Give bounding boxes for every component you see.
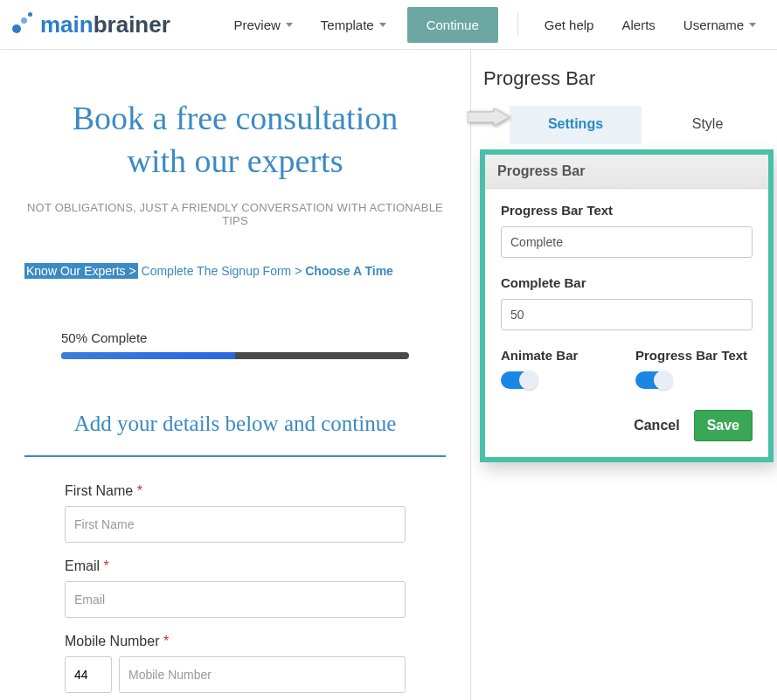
save-button[interactable]: Save [694, 410, 753, 441]
progress-bar-text-input[interactable] [501, 226, 753, 258]
progress-fill [61, 352, 235, 359]
logo-text-1: main [40, 11, 94, 38]
progress-bar-text-label: Progress Bar Text [501, 203, 753, 218]
left-preview-pane: Book a free consultation with our expert… [0, 50, 470, 700]
hero-line-2: with our experts [128, 142, 343, 179]
complete-bar-label: Complete Bar [501, 275, 753, 290]
required-marker: * [137, 483, 142, 498]
email-label: Email * [65, 558, 406, 574]
chevron-down-icon [286, 23, 293, 27]
email-label-text: Email [65, 558, 100, 573]
logo-text-2: brainer [94, 11, 170, 38]
chevron-down-icon [749, 23, 756, 27]
nav-template[interactable]: Template [307, 4, 400, 45]
progress-bar-widget[interactable]: 50% Complete [61, 330, 409, 359]
hero-title: Book a free consultation with our expert… [24, 97, 446, 184]
tab-settings[interactable]: Settings [510, 106, 642, 144]
nav-get-help-label: Get help [545, 17, 594, 32]
nav-continue-button[interactable]: Continue [407, 7, 498, 43]
hero-subtitle: NOT OBLIGATIONS, JUST A FRIENDLY CONVERS… [24, 201, 446, 227]
top-bar: mainbrainer Preview Template Continue Ge… [0, 0, 777, 50]
nav-continue-label: Continue [427, 17, 479, 32]
animate-bar-label: Animate Bar [501, 348, 618, 363]
settings-panel: Progress Bar Progress Bar Text Complete … [480, 149, 774, 462]
field-email: Email * [65, 558, 406, 618]
field-progress-bar-text: Progress Bar Text [501, 203, 753, 258]
settings-tabs: Settings Style [510, 106, 774, 144]
required-marker: * [103, 558, 108, 573]
cancel-button[interactable]: Cancel [634, 418, 679, 433]
panel-header: Progress Bar [485, 155, 768, 189]
breadcrumb-sep: > [291, 264, 305, 278]
toggle-knob-icon [519, 371, 538, 390]
field-complete-bar: Complete Bar [501, 275, 753, 330]
nav-alerts-label: Alerts [621, 17, 655, 32]
settings-heading: Progress Bar [483, 67, 774, 90]
animate-bar-toggle[interactable] [501, 371, 536, 389]
hero-line-1: Book a free consultation [73, 100, 399, 136]
email-input[interactable] [65, 581, 406, 618]
panel-body: Progress Bar Text Complete Bar Animate B… [485, 189, 768, 457]
toggle-progress-bar-text: Progress Bar Text [635, 348, 753, 389]
nav-alerts[interactable]: Alerts [607, 4, 669, 45]
logo-dots-icon [10, 12, 35, 37]
mobile-number-input[interactable] [119, 656, 406, 693]
nav-divider [517, 13, 518, 36]
mobile-label: Mobile Number * [65, 634, 406, 649]
progress-bar-text-toggle[interactable] [635, 371, 670, 389]
toggle-row: Animate Bar Progress Bar Text [501, 348, 753, 389]
nav-right: Get help Alerts Username [531, 4, 770, 45]
nav-username-label: Username [683, 17, 744, 32]
first-name-label-text: First Name [65, 483, 133, 498]
toggle-knob-icon [654, 371, 673, 390]
required-marker: * [163, 634, 169, 648]
first-name-input[interactable] [65, 506, 406, 543]
nav-template-label: Template [321, 17, 374, 32]
mobile-label-text: Mobile Number [65, 634, 159, 648]
nav-preview-label: Preview [233, 17, 280, 32]
right-settings-pane: Progress Bar Settings Style Progress Bar… [470, 50, 777, 700]
breadcrumb-step-2[interactable]: Complete The Signup Form [142, 264, 292, 278]
progress-label: 50% Complete [61, 330, 409, 345]
signup-form: First Name * Email * Mobile Number * Sub… [65, 483, 406, 700]
field-mobile: Mobile Number * [65, 634, 406, 693]
chevron-down-icon [379, 23, 386, 27]
field-first-name: First Name * [65, 483, 406, 543]
panel-actions: Cancel Save [501, 410, 753, 441]
svg-marker-0 [468, 108, 510, 126]
nav-center: Preview Template Continue [219, 4, 530, 45]
nav-username[interactable]: Username [669, 4, 770, 45]
nav-get-help[interactable]: Get help [531, 4, 608, 45]
progress-bar-text-toggle-label: Progress Bar Text [635, 348, 753, 363]
breadcrumb: Know Our Experts > Complete The Signup F… [24, 264, 446, 278]
progress-track [61, 352, 409, 359]
toggle-animate-bar: Animate Bar [501, 348, 618, 389]
complete-bar-input[interactable] [501, 299, 753, 330]
arrow-right-icon [468, 108, 510, 126]
form-section-title: Add your details below and continue [24, 412, 446, 457]
breadcrumb-step-3[interactable]: Choose A Time [305, 264, 393, 278]
breadcrumb-step-1[interactable]: Know Our Experts > [24, 263, 138, 279]
callout-arrow-wrap: Settings Style [480, 106, 774, 144]
country-code-input[interactable] [65, 656, 112, 693]
logo[interactable]: mainbrainer [7, 11, 170, 38]
first-name-label: First Name * [65, 483, 406, 499]
tab-style[interactable]: Style [642, 106, 774, 144]
nav-preview[interactable]: Preview [219, 4, 306, 45]
